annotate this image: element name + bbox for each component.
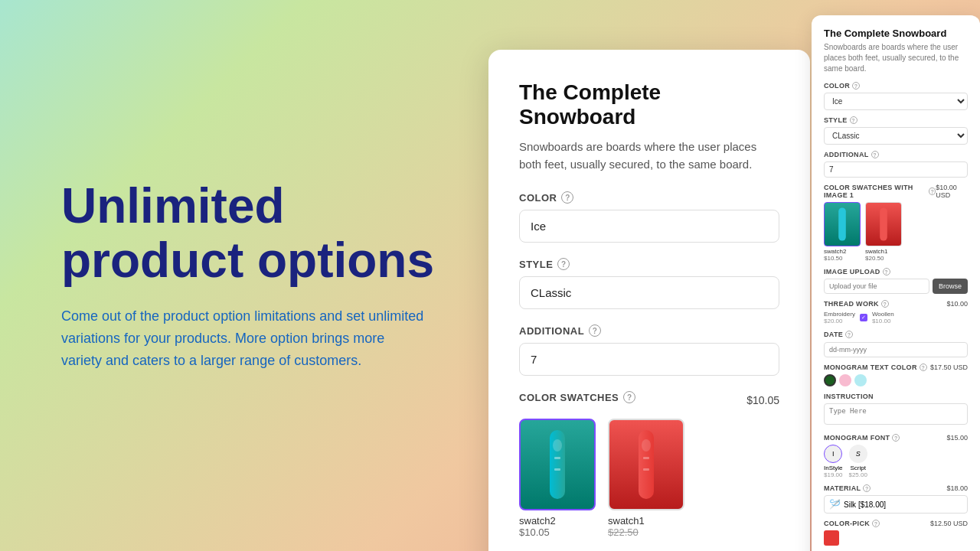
swatches-row: swatch2 $10.05: [519, 419, 779, 538]
sc-description: Snowboards are boards where the user pla…: [824, 42, 968, 74]
sc-instruction-label: INSTRUCTION: [824, 393, 968, 400]
svg-rect-7: [643, 468, 649, 471]
sc-font-2[interactable]: S Script $25.00: [848, 445, 867, 478]
sc-swatch-1-name: swatch2: [824, 248, 846, 255]
style-field-group: STYLE ?: [519, 258, 779, 309]
sc-color-pick-help-icon[interactable]: ?: [872, 520, 880, 527]
swatch-item-1[interactable]: swatch2 $10.05: [519, 419, 596, 538]
left-panel: Unlimited product options Come out of th…: [0, 0, 490, 551]
sc-swatch-2[interactable]: swatch1 $20.50: [865, 202, 902, 262]
sc-additional-label: ADDITIONAL ?: [824, 151, 968, 158]
sc-date-label: DATE ?: [824, 331, 968, 338]
sc-color-label: COLOR ?: [824, 82, 968, 90]
sc-monogram-color-header: MONOGRAM TEXT COLOR ? $17.50 USD: [824, 364, 968, 371]
swatch-item-2[interactable]: swatch1 $22.50: [608, 419, 684, 538]
sc-style-select[interactable]: CLassic: [824, 127, 968, 145]
sc-thread-help-icon[interactable]: ?: [881, 300, 889, 308]
sc-font-circle-2: S: [849, 445, 867, 463]
sc-material-help-icon[interactable]: ?: [863, 484, 871, 492]
style-help-icon[interactable]: ?: [557, 258, 570, 270]
product-description: Snowboards are boards where the user pla…: [519, 139, 779, 173]
sc-monogram-price: $17.50 USD: [930, 364, 968, 371]
sc-date-input[interactable]: [824, 342, 968, 357]
sc-monogram-font-header: MONOGRAM FONT ? $15.00: [824, 434, 968, 442]
swatches-price: $10.05: [746, 394, 779, 406]
swatch-2-name: swatch1: [608, 515, 645, 527]
sc-swatch-1[interactable]: swatch2 $10.50: [824, 202, 861, 262]
sc-thread-header: THREAD WORK ? $10.00: [824, 300, 968, 308]
sc-color-pick-swatch[interactable]: [824, 530, 839, 546]
sc-color-help-icon[interactable]: ?: [852, 82, 860, 90]
svg-rect-2: [554, 457, 560, 459]
color-input[interactable]: [519, 210, 779, 243]
color-field-group: COLOR ?: [519, 191, 779, 243]
svg-rect-6: [643, 457, 649, 459]
sc-additional-help-icon[interactable]: ?: [871, 151, 879, 158]
color-label: COLOR ?: [519, 191, 779, 204]
sc-dot-light-blue[interactable]: [854, 374, 867, 386]
sc-font-1[interactable]: I InStyle $19.00: [824, 445, 842, 478]
style-input[interactable]: [519, 276, 779, 309]
color-help-icon[interactable]: ?: [561, 191, 573, 204]
sc-woolen-checkbox[interactable]: [860, 314, 867, 321]
swatches-label: COLOR SWATCHES ?: [519, 391, 635, 403]
sc-swatches-header: COLOR SWATCHES WITH IMAGE 1 ? $10.00 USD: [824, 184, 968, 199]
svg-rect-3: [554, 468, 560, 471]
sc-material-header: MATERIAL ? $18.00: [824, 484, 968, 492]
sc-swatch-1-price: $10.50: [824, 255, 842, 262]
sc-swatches-help-icon[interactable]: ?: [929, 187, 936, 195]
sc-thread-row: Embroidery $20.00 Woollen $10.00: [824, 311, 968, 324]
sc-swatch-2-name: swatch1: [865, 248, 887, 255]
sc-material-row: 🪡 Silk [$18.00]: [824, 495, 968, 514]
sc-thread-label: THREAD WORK ?: [824, 300, 889, 308]
sc-swatches-row: swatch2 $10.50 swatch1 $20.50: [824, 202, 968, 262]
swatch-image-2: [608, 419, 684, 510]
sc-embroidery-option[interactable]: Embroidery $20.00: [824, 311, 855, 324]
sc-color-dots: [824, 374, 968, 386]
swatches-header: COLOR SWATCHES ? $10.05: [519, 391, 779, 409]
sc-material-price: $18.00: [946, 484, 968, 492]
sc-dot-pink[interactable]: [839, 374, 851, 386]
sc-material-label: MATERIAL ?: [824, 484, 871, 492]
sc-monogram-font-price: $15.00: [946, 434, 968, 442]
additional-field-group: ADDITIONAL ?: [519, 324, 779, 376]
main-product-card: The Complete Snowboard Snowboards are bo…: [488, 50, 810, 551]
sc-font-row: I InStyle $19.00 S Script $25.00: [824, 445, 968, 478]
sc-monogram-color-help-icon[interactable]: ?: [920, 364, 927, 371]
sc-instruction-textarea[interactable]: [824, 403, 968, 425]
sc-material-value: Silk [$18.00]: [844, 500, 886, 509]
sc-monogram-font-help-icon[interactable]: ?: [892, 434, 900, 442]
subtext: Come out of the product option limitatio…: [61, 305, 429, 371]
sc-upload-input[interactable]: [824, 279, 929, 294]
product-title: The Complete Snowboard: [519, 80, 779, 129]
sc-browse-button[interactable]: Browse: [933, 279, 968, 294]
sc-woolen-option[interactable]: Woollen $10.00: [872, 311, 894, 324]
headline: Unlimited product options: [61, 179, 444, 287]
swatches-help-icon[interactable]: ?: [623, 391, 635, 403]
svg-rect-8: [838, 207, 846, 240]
svg-rect-9: [880, 207, 887, 240]
sc-style-help-icon[interactable]: ?: [850, 116, 858, 124]
sc-title: The Complete Snowboard: [824, 28, 968, 39]
swatch-1-price: $10.05: [519, 527, 550, 538]
sc-dot-green[interactable]: [824, 374, 836, 386]
sc-image-upload-help-icon[interactable]: ?: [883, 268, 890, 276]
sc-color-pick-price: $12.50 USD: [930, 520, 968, 527]
swatch-2-price: $22.50: [608, 527, 639, 538]
sc-date-help-icon[interactable]: ?: [845, 331, 853, 338]
sc-color-select[interactable]: Ice: [824, 93, 968, 110]
additional-input[interactable]: [519, 343, 779, 376]
sc-thread-price: $10.00: [946, 300, 968, 308]
style-label: STYLE ?: [519, 258, 779, 270]
sc-upload-row: Browse: [824, 279, 968, 294]
sc-material-icon: 🪡: [829, 499, 841, 510]
sc-swatch-img-1: [824, 202, 861, 246]
sc-swatch-2-price: $20.50: [865, 255, 884, 262]
sc-font-circle-1: I: [824, 445, 842, 463]
swatch-1-name: swatch2: [519, 515, 556, 527]
sc-additional-input[interactable]: [824, 161, 968, 178]
additional-help-icon[interactable]: ?: [589, 324, 601, 337]
swatches-field-group: COLOR SWATCHES ? $10.05: [519, 391, 779, 538]
sc-image-upload-label: IMAGE UPLOAD ?: [824, 268, 968, 276]
sc-style-label: STYLE ?: [824, 116, 968, 124]
